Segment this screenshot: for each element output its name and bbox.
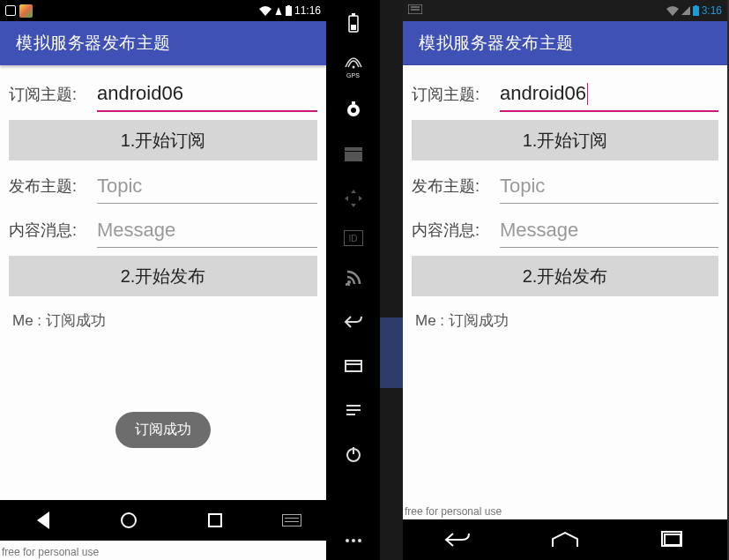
publish-topic-row: 发布主题: Topic <box>412 164 718 208</box>
window-icon[interactable] <box>341 354 366 378</box>
rss-icon[interactable] <box>341 265 366 290</box>
nav-bar <box>0 500 326 541</box>
gap <box>380 0 403 560</box>
publish-button[interactable]: 2.开始发布 <box>9 256 317 296</box>
svg-point-17 <box>346 539 349 542</box>
subscribe-button[interactable]: 1.开始订阅 <box>412 120 718 161</box>
publish-topic-input[interactable]: Topic <box>97 168 317 204</box>
keyboard-icon[interactable] <box>279 514 305 526</box>
subscribe-topic-label: 订阅主题: <box>9 84 97 105</box>
nav-home-button[interactable] <box>546 531 584 549</box>
signal-icon <box>275 7 281 15</box>
svg-rect-1 <box>352 13 355 16</box>
status-time: 11:16 <box>294 4 321 17</box>
gps-icon[interactable]: GPS <box>344 55 363 78</box>
publish-topic-label: 发布主题: <box>9 175 97 197</box>
message-label: 内容消息: <box>9 220 97 241</box>
nav-recents-button[interactable] <box>193 513 237 527</box>
subscribe-topic-row: 订阅主题: android06 <box>412 72 718 116</box>
notification-icon <box>5 5 16 16</box>
app-title-bar: 模拟服务器发布主题 <box>403 21 727 65</box>
signal-icon <box>681 6 690 15</box>
publish-topic-row: 发布主题: Topic <box>9 164 317 208</box>
message-row: 内容消息: Message <box>412 208 718 252</box>
nav-back-button[interactable] <box>21 511 65 529</box>
svg-point-19 <box>358 539 361 542</box>
phone-left: 11:16 模拟服务器发布主题 订阅主题: android06 1.开始订阅 发… <box>0 0 326 560</box>
app-title-bar: 模拟服务器发布主题 <box>0 21 326 65</box>
svg-point-3 <box>352 66 354 69</box>
svg-point-5 <box>351 108 356 113</box>
move-icon[interactable] <box>341 186 366 211</box>
subscribe-topic-label: 订阅主题: <box>412 84 500 105</box>
message-input[interactable]: Message <box>97 213 317 248</box>
svg-point-18 <box>352 539 355 542</box>
svg-rect-10 <box>346 361 361 371</box>
app-icon <box>19 4 33 18</box>
phone-right: 3:16 模拟服务器发布主题 订阅主题: android06 1.开始订阅 发布… <box>403 0 727 560</box>
back-arrow-icon[interactable] <box>341 310 366 334</box>
status-bar: 3:16 <box>403 0 727 21</box>
log-text: Me : 订阅成功 <box>412 300 718 341</box>
id-icon[interactable]: ID <box>344 230 363 246</box>
message-row: 内容消息: Message <box>9 208 317 252</box>
power-icon[interactable] <box>341 442 366 467</box>
battery-icon[interactable] <box>341 11 366 35</box>
subscribe-button[interactable]: 1.开始订阅 <box>9 120 317 161</box>
form-area: 订阅主题: android06 1.开始订阅 发布主题: Topic 内容消息:… <box>0 65 326 448</box>
battery-icon <box>286 6 292 16</box>
subscribe-topic-input[interactable]: android06 <box>500 77 718 112</box>
wifi-icon <box>259 6 272 16</box>
svg-point-9 <box>347 280 351 284</box>
camera-icon[interactable] <box>341 98 366 123</box>
subscribe-topic-row: 订阅主题: android06 <box>9 72 317 116</box>
emulator-sidebar: GPS ID <box>326 0 380 560</box>
nav-back-button[interactable] <box>435 532 480 548</box>
publish-topic-input[interactable]: Topic <box>500 168 718 204</box>
message-input[interactable]: Message <box>500 213 718 248</box>
more-icon[interactable] <box>341 528 366 553</box>
svg-rect-7 <box>345 152 362 161</box>
svg-marker-8 <box>345 147 362 151</box>
clapperboard-icon[interactable] <box>341 142 366 167</box>
text-caret <box>587 83 589 105</box>
nav-recents-button[interactable] <box>651 534 695 546</box>
app-title: 模拟服务器发布主题 <box>419 32 574 55</box>
wifi-icon <box>666 6 679 16</box>
nav-home-button[interactable] <box>107 512 151 528</box>
subscribe-topic-input[interactable]: android06 <box>97 77 317 112</box>
message-label: 内容消息: <box>412 220 500 241</box>
publish-button[interactable]: 2.开始发布 <box>412 256 718 296</box>
svg-rect-6 <box>352 101 355 104</box>
svg-rect-2 <box>351 25 356 30</box>
toast: 订阅成功 <box>115 412 211 448</box>
log-text: Me : 订阅成功 <box>9 300 317 341</box>
publish-topic-label: 发布主题: <box>412 175 500 197</box>
form-area: 订阅主题: android06 1.开始订阅 发布主题: Topic 内容消息:… <box>403 65 727 341</box>
app-title: 模拟服务器发布主题 <box>16 32 171 55</box>
status-time: 3:16 <box>702 4 722 17</box>
nav-bar <box>403 519 727 560</box>
battery-icon <box>693 6 699 16</box>
watermark: free for personal use <box>405 505 502 518</box>
keyboard-status-icon <box>408 4 422 17</box>
watermark: free for personal use <box>2 546 99 558</box>
status-bar: 11:16 <box>0 0 326 21</box>
list-icon[interactable] <box>341 398 366 422</box>
